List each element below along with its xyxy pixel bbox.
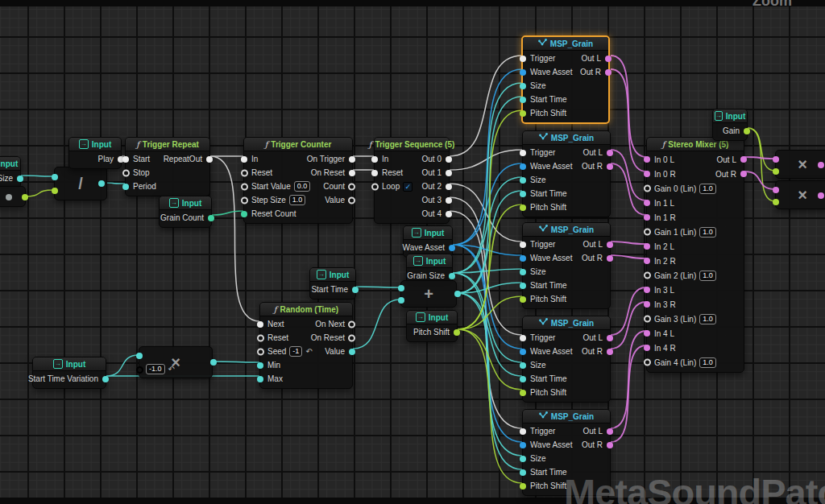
trigger-counter-pin-step-size[interactable] [241, 196, 248, 204]
trigger-counter-pin-on-reset[interactable] [349, 170, 355, 176]
msp-grain-2-header[interactable]: MSP_Grain [523, 131, 610, 145]
multiply-right-2-pin-1[interactable] [773, 199, 779, 205]
input-gain-header[interactable]: →Input [713, 109, 747, 123]
input-grain-size-pin-grain-size[interactable] [449, 273, 455, 279]
trigger-sequence-pin-reset[interactable] [371, 170, 378, 176]
input-start-time-variation-header[interactable]: →Input [33, 357, 106, 371]
random-time-pin-min[interactable] [257, 362, 263, 369]
stereo-mixer-pin-in-2-r[interactable] [644, 258, 650, 264]
msp-grain-1-pin-start-time[interactable] [520, 97, 526, 103]
trigger-sequence-pin-out-4[interactable] [446, 211, 452, 217]
trigger-counter-pin-reset-count[interactable] [241, 211, 247, 217]
trigger-sequence[interactable]: ƒTrigger Sequence (5)InOut 0ResetOut 1Lo… [374, 137, 450, 224]
msp-grain-3-pin-out-r[interactable] [607, 255, 613, 262]
input-play-header[interactable]: →Input [69, 138, 121, 151]
input-start-time-pin-start-time[interactable] [352, 287, 359, 293]
stereo-mixer-pin-in-1-r[interactable] [644, 214, 650, 221]
stereo-mixer-pin-in-3-l[interactable] [644, 287, 650, 293]
input-gain[interactable]: →InputGain [712, 109, 748, 141]
msp-grain-1-pin-trigger[interactable] [520, 56, 526, 62]
msp-grain-4-pin-pitch-shift[interactable] [520, 390, 526, 396]
multiply-right-2[interactable]: × [775, 180, 825, 209]
divide-op-pin-2[interactable] [98, 180, 105, 187]
multiply-right-1[interactable]: × [775, 150, 825, 179]
multiply-op-pin-0[interactable] [136, 353, 143, 359]
input-start-time-variation[interactable]: →InputStart Time Variation [32, 357, 106, 389]
msp-grain-4-pin-out-r[interactable] [607, 349, 613, 355]
trigger-sequence-pin-out-0[interactable] [446, 156, 452, 163]
multiply-right-1-pin-0[interactable] [773, 156, 779, 163]
msp-grain-3-pin-pitch-shift[interactable] [520, 296, 526, 303]
trigger-counter-pin-count[interactable] [348, 183, 355, 190]
add-op-pin-1[interactable] [398, 297, 404, 304]
msp-grain-1-pin-pitch-shift[interactable] [520, 110, 526, 117]
msp-grain-1[interactable]: MSP_GrainTriggerOut LWave AssetOut RSize… [521, 35, 610, 124]
msp-grain-5-pin-out-r[interactable] [607, 442, 613, 448]
multiply-op-pin-2[interactable] [210, 359, 217, 366]
msp-grain-3-pin-start-time[interactable] [520, 283, 526, 289]
stereo-mixer-pin-in-0-r[interactable] [644, 171, 650, 177]
trigger-sequence-pin-out-1[interactable] [446, 170, 452, 176]
input-start-time-header[interactable]: →Input [310, 268, 355, 282]
multiply-right-2-pin-0[interactable] [773, 187, 779, 193]
trigger-counter-pin-start-value[interactable] [241, 183, 248, 190]
stereo-mixer-pin-gain-2-lin[interactable] [644, 272, 651, 279]
trigger-counter[interactable]: ƒTrigger CounterInOn TriggerResetOn Rese… [243, 137, 353, 224]
reset-to-default-icon[interactable]: ↶ [305, 347, 312, 356]
input-start-time[interactable]: →InputStart Time [309, 267, 356, 300]
input-gain-pin-gain[interactable] [744, 128, 750, 134]
trigger-counter-pin-reset[interactable] [241, 169, 248, 176]
input-size-partial-header[interactable]: →Input [0, 157, 20, 171]
multiply-op[interactable]: ×-1.0↶ [139, 346, 213, 378]
msp-grain-1-pin-out-l[interactable] [605, 56, 611, 62]
input-wave-asset-header[interactable]: →Input [404, 226, 452, 240]
value-box[interactable]: 1.0 [699, 227, 716, 238]
msp-grain-5-pin-size[interactable] [520, 456, 526, 462]
value-box[interactable]: 1.0 [699, 314, 716, 324]
msp-grain-3-pin-wave-asset[interactable] [520, 255, 526, 262]
msp-grain-5-pin-start-time[interactable] [520, 469, 526, 476]
trigger-repeat-pin-period[interactable] [122, 184, 129, 190]
stereo-mixer-pin-in-0-l[interactable] [644, 156, 650, 163]
value-box[interactable]: 1.0 [699, 271, 716, 281]
stereo-mixer-pin-gain-1-lin[interactable] [644, 229, 651, 236]
trigger-counter-pin-on-trigger[interactable] [349, 156, 355, 163]
input-wave-asset-pin-wave-asset[interactable] [449, 245, 455, 251]
add-op-pin-2[interactable] [454, 291, 461, 297]
trigger-repeat-pin-stop[interactable] [122, 169, 130, 176]
stereo-mixer-pin-out-r[interactable] [740, 171, 747, 177]
msp-grain-1-pin-size[interactable] [520, 83, 526, 89]
multiply-right-2-pin-2[interactable] [818, 192, 824, 199]
msp-grain-3-pin-out-l[interactable] [607, 242, 613, 248]
random-time-pin-next[interactable] [257, 321, 263, 328]
msp-grain-3-header[interactable]: MSP_Grain [523, 223, 610, 237]
msp-grain-3-pin-size[interactable] [520, 269, 526, 275]
msp-grain-4-pin-wave-asset[interactable] [520, 349, 526, 355]
trigger-counter-header[interactable]: ƒTrigger Counter [244, 138, 352, 151]
value-box[interactable]: 0.0 [294, 181, 311, 192]
input-play[interactable]: →InputPlay [68, 137, 122, 169]
msp-grain-2-pin-wave-asset[interactable] [520, 163, 526, 170]
msp-grain-4-pin-size[interactable] [520, 362, 526, 369]
random-time-pin-on-reset[interactable] [348, 334, 355, 341]
trigger-sequence-pin-out-2[interactable] [446, 184, 452, 190]
msp-grain-4-pin-start-time[interactable] [520, 376, 526, 382]
multiply-op-pin-1[interactable] [136, 366, 143, 374]
value-box[interactable]: 1.0 [699, 184, 716, 194]
stereo-mixer-pin-gain-4-lin[interactable] [644, 359, 651, 366]
partial-node-pin-1[interactable] [22, 194, 28, 200]
msp-grain-2-pin-start-time[interactable] [520, 191, 526, 197]
msp-grain-1-pin-wave-asset[interactable] [520, 69, 526, 76]
msp-grain-5-pin-out-l[interactable] [607, 428, 613, 435]
msp-grain-3[interactable]: MSP_GrainTriggerOut LWave AssetOut RSize… [522, 222, 611, 309]
input-pitch-shift[interactable]: →InputPitch Shift [406, 310, 458, 342]
stereo-mixer-pin-out-l[interactable] [740, 156, 747, 163]
stereo-mixer-pin-gain-3-lin[interactable] [644, 316, 651, 323]
stereo-mixer-pin-in-2-l[interactable] [644, 243, 650, 250]
trigger-repeat-header[interactable]: ƒTrigger Repeat [126, 138, 209, 151]
divide-op-pin-1[interactable] [52, 188, 58, 194]
trigger-sequence-header[interactable]: ƒTrigger Sequence (5) [375, 138, 449, 151]
stereo-mixer-pin-gain-0-lin[interactable] [644, 185, 651, 192]
multiply-right-1-pin-2[interactable] [818, 162, 824, 168]
input-wave-asset[interactable]: →InputWave Asset [403, 225, 453, 258]
